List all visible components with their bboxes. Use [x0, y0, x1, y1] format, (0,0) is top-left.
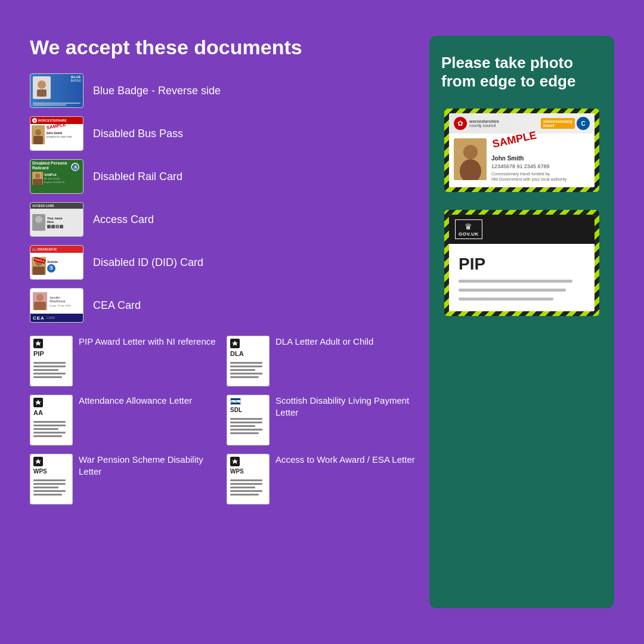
svg-point-14: [463, 145, 478, 159]
doc-item-blue-badge: BLUE BADGE Blue Badge - Reverse side: [30, 71, 417, 110]
card-document-list: BLUE BADGE Blue Badge - Reverse side ✿: [30, 71, 417, 325]
pip-letter-big-label: PIP: [459, 255, 585, 274]
doc-item-cea-card: JenniferWoodhouse Expiry: 19 Jan 2018 CE…: [30, 286, 417, 325]
aa-letter-label: Attendance Allowance Letter: [79, 395, 192, 407]
wps-letter-thumb: WPS: [30, 454, 73, 504]
svg-rect-3: [33, 136, 43, 144]
esa-letter-label: Access to Work Award / ESA Letter: [275, 454, 415, 466]
dla-letter-label: DLA Letter Adult or Child: [275, 336, 373, 348]
blue-badge-label: Blue Badge - Reverse side: [93, 85, 221, 97]
blue-badge-thumb: BLUE BADGE: [30, 73, 83, 108]
wps-letter-label: War Pension Scheme Disability Letter: [79, 454, 221, 477]
right-panel-title: Please take photo from edge to edge: [441, 54, 602, 91]
did-card-thumb: 🇬🇧 DISABLED ID SAMPLE Autistic ♿: [30, 245, 83, 280]
esa-code: WPS: [230, 468, 244, 475]
pip-gov-icon: [33, 339, 43, 348]
svg-point-4: [35, 174, 40, 178]
letter-document-list: PIP PIP Award Letter with NI reference: [30, 336, 417, 504]
svg-rect-9: [33, 224, 45, 231]
esa-gov-icon: [230, 457, 240, 466]
doc-item-access-card: ACCESS CARD Your nameHere: [30, 200, 417, 239]
page-container: We accept these documents BLUE BADGE: [12, 12, 632, 632]
esa-letter-thumb: WPS: [227, 454, 270, 504]
sample-person-name: John Smith: [491, 155, 590, 162]
svg-point-0: [38, 80, 46, 89]
cea-card-label: CEA Card: [93, 299, 141, 312]
sdl-code: SDL: [230, 407, 242, 413]
svg-rect-11: [33, 267, 45, 275]
govuk-text: GOV.UK: [459, 231, 479, 237]
crown-icon: ♛: [465, 222, 472, 231]
svg-rect-1: [37, 89, 47, 97]
aa-letter-thumb: AA: [30, 395, 73, 445]
letter-item-wps: WPS War Pension Scheme Disability Letter: [30, 454, 221, 504]
letter-item-esa: WPS Access to Work Award / ESA Letter: [227, 454, 417, 504]
svg-point-2: [35, 129, 41, 135]
sdl-letter-label: Scottish Disability Living Payment Lette…: [275, 395, 417, 418]
dla-code: DLA: [230, 350, 244, 357]
dla-letter-thumb: DLA: [227, 336, 270, 386]
svg-point-15: [460, 159, 481, 180]
bus-pass-thumb: ✿ WORCESTERSHIRE SAMPLE John Smith 12345…: [30, 116, 83, 151]
pip-letter-thumb: PIP: [30, 336, 73, 386]
pip-code: PIP: [33, 350, 44, 357]
svg-point-8: [35, 216, 42, 223]
svg-rect-5: [33, 179, 42, 185]
bus-pass-label: Disabled Bus Pass: [93, 128, 183, 140]
aa-code: AA: [33, 409, 43, 416]
right-panel: Please take photo from edge to edge ✿ wo…: [429, 36, 614, 608]
sample-pip-container: ♛ GOV.UK PIP: [444, 210, 599, 316]
pip-sample-card: ♛ GOV.UK PIP: [449, 215, 595, 311]
sample-number: 12345678 91 2345 6789: [491, 163, 590, 169]
rail-card-label: Disabled Rail Card: [93, 171, 182, 183]
sample-note: Concessionary travel funded byHM Governm…: [491, 171, 590, 182]
aa-gov-icon: [33, 398, 43, 407]
letter-item-dla: DLA DLA Letter Adult or Child: [227, 336, 417, 386]
rail-card-thumb: Disabled PersonsRailcard SAMPLE Mr John …: [30, 159, 83, 194]
doc-item-bus-pass: ✿ WORCESTERSHIRE SAMPLE John Smith 12345…: [30, 114, 417, 153]
scotland-flag-icon: [230, 398, 241, 405]
cea-card-thumb: JenniferWoodhouse Expiry: 19 Jan 2018 CE…: [30, 288, 83, 323]
svg-point-12: [36, 294, 44, 301]
pip-letter-label: PIP Award Letter with NI reference: [79, 336, 216, 348]
sdl-letter-thumb: SDL: [227, 395, 270, 445]
letter-item-sdl: SDL Scottish Disability Living Payment L…: [227, 395, 417, 445]
access-card-label: Access Card: [93, 213, 154, 226]
doc-item-did-card: 🇬🇧 DISABLED ID SAMPLE Autistic ♿: [30, 243, 417, 282]
sample-bus-pass-container: ✿ worcestershirecounty council concessio…: [444, 109, 599, 191]
letter-item-pip: PIP PIP Award Letter with NI reference: [30, 336, 221, 386]
did-card-label: Disabled ID (DID) Card: [93, 256, 203, 269]
bus-pass-sample-card: ✿ worcestershirecounty council concessio…: [449, 113, 595, 187]
letter-item-aa: AA Attendance Allowance Letter: [30, 395, 221, 445]
govuk-logo: ♛ GOV.UK: [455, 219, 482, 239]
left-panel: We accept these documents BLUE BADGE: [30, 36, 417, 608]
wps-code: WPS: [33, 468, 47, 475]
wps-gov-icon: [33, 457, 43, 466]
svg-text:♿: ♿: [73, 165, 78, 170]
dla-gov-icon: [230, 339, 240, 348]
page-title: We accept these documents: [30, 36, 417, 59]
access-card-thumb: ACCESS CARD Your nameHere: [30, 202, 83, 237]
svg-rect-13: [34, 302, 46, 310]
doc-item-rail-card: Disabled PersonsRailcard SAMPLE Mr John …: [30, 157, 417, 196]
